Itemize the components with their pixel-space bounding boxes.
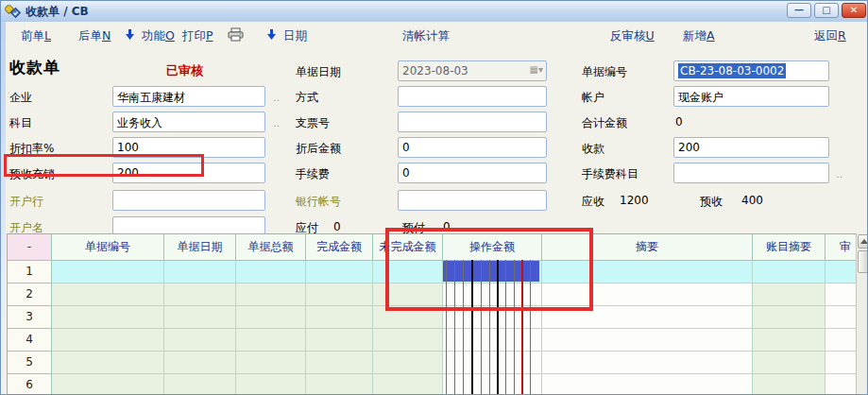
table-cell[interactable] [443, 329, 542, 352]
column-header-operation-amount[interactable]: 操作金额 [443, 234, 542, 261]
table-cell[interactable] [443, 352, 542, 374]
table-cell[interactable] [542, 283, 753, 306]
date-menu-button[interactable]: 日期 [266, 28, 307, 44]
table-cell[interactable] [542, 306, 753, 329]
table-cell[interactable] [542, 261, 753, 283]
table-cell[interactable] [542, 374, 753, 395]
table-cell[interactable] [825, 352, 857, 374]
table-cell[interactable] [52, 306, 164, 329]
table-cell[interactable] [443, 374, 542, 395]
table-cell[interactable] [373, 306, 443, 329]
table-cell[interactable] [164, 352, 236, 374]
company-input[interactable]: 华南五康建材 [112, 86, 265, 107]
print-button[interactable]: 打印P [182, 28, 213, 44]
row-number[interactable]: 5 [8, 352, 52, 374]
subject-lookup-button[interactable]: ‥ [273, 117, 281, 129]
advance-offset-input[interactable]: 200 [112, 163, 265, 183]
table-cell[interactable] [373, 283, 443, 306]
table-cell[interactable] [825, 261, 857, 283]
table-cell[interactable] [306, 329, 373, 352]
account-input[interactable]: 现金账户 [673, 86, 829, 107]
table-cell[interactable] [753, 374, 825, 395]
table-cell[interactable] [236, 283, 306, 306]
table-cell[interactable] [443, 306, 542, 329]
back-button[interactable]: 返回R [814, 28, 846, 44]
table-cell[interactable] [753, 352, 825, 374]
subject-input[interactable]: 业务收入 [112, 112, 265, 132]
table-cell[interactable] [306, 306, 373, 329]
calendar-icon[interactable]: ▦▾ [530, 64, 543, 75]
table-scrollbar[interactable] [856, 233, 868, 395]
table-cell[interactable] [753, 306, 825, 329]
table-cell[interactable] [825, 329, 857, 352]
table-cell[interactable] [164, 283, 236, 306]
table-cell[interactable] [52, 374, 164, 395]
table-cell[interactable] [306, 374, 373, 395]
column-header-uncompleted[interactable]: 未完成金额 [373, 234, 443, 261]
table-cell[interactable] [306, 261, 373, 283]
fee-input[interactable]: 0 [398, 163, 547, 183]
table-cell[interactable] [164, 329, 236, 352]
printer-icon[interactable] [228, 27, 244, 44]
bank-branch-input[interactable] [112, 190, 265, 211]
fee-subject-input[interactable] [673, 163, 829, 183]
row-number[interactable]: 3 [8, 306, 52, 329]
table-cell[interactable] [443, 283, 542, 306]
table-cell[interactable] [52, 329, 164, 352]
fee-subject-lookup-button[interactable]: ‥ [836, 168, 844, 180]
close-button[interactable]: ✕ [842, 3, 866, 18]
row-number[interactable]: 4 [8, 329, 52, 352]
table-cell[interactable] [236, 306, 306, 329]
add-new-button[interactable]: 新增A [683, 28, 715, 44]
bank-account-input[interactable] [398, 190, 547, 211]
table-cell[interactable] [753, 283, 825, 306]
functions-menu-button[interactable]: 功能O [125, 28, 175, 44]
table-cell[interactable] [542, 329, 753, 352]
table-cell[interactable] [164, 261, 236, 283]
table-cell[interactable] [52, 352, 164, 374]
table-cell[interactable] [236, 261, 306, 283]
method-input[interactable] [398, 86, 547, 107]
company-lookup-button[interactable]: ‥ [273, 92, 281, 104]
table-cell[interactable] [373, 374, 443, 395]
row-number[interactable]: 1 [8, 261, 52, 283]
table-cell[interactable] [306, 352, 373, 374]
column-header-summary[interactable]: 摘要 [542, 234, 753, 261]
doc-no-input[interactable]: CB-23-08-03-0002 [673, 60, 829, 81]
table-cell[interactable] [164, 306, 236, 329]
row-number[interactable]: 2 [8, 283, 52, 306]
table-cell[interactable] [236, 329, 306, 352]
table-cell[interactable] [52, 283, 164, 306]
table-cell[interactable] [236, 374, 306, 395]
table-cell[interactable] [825, 374, 857, 395]
table-cell[interactable] [825, 283, 857, 306]
doc-date-picker[interactable]: 2023-08-03 ▦▾ [398, 60, 547, 81]
next-doc-button[interactable]: 后单N [78, 28, 111, 44]
maximize-button[interactable]: □ [814, 3, 839, 18]
column-header-account-summary[interactable]: 账目摘要 [753, 234, 825, 261]
minimize-button[interactable]: — [787, 3, 811, 18]
column-header-selector[interactable]: - [8, 234, 52, 261]
cheque-no-input[interactable] [398, 112, 547, 132]
scroll-up-button[interactable] [858, 234, 868, 249]
column-header-doc-date[interactable]: 单据日期 [164, 234, 236, 261]
table-cell[interactable] [542, 352, 753, 374]
column-header-completed[interactable]: 完成金额 [306, 234, 373, 261]
table-cell[interactable] [373, 329, 443, 352]
table-cell[interactable] [373, 352, 443, 374]
table-cell[interactable] [753, 261, 825, 283]
column-header-audit[interactable]: 审 [825, 234, 857, 261]
column-header-doc-total[interactable]: 单据总额 [236, 234, 306, 261]
column-header-doc-no[interactable]: 单据编号 [52, 234, 164, 261]
table-cell[interactable] [825, 306, 857, 329]
discounted-amount-input[interactable]: 0 [398, 137, 547, 158]
table-cell[interactable] [164, 374, 236, 395]
clear-account-calc-button[interactable]: 清帐计算 [402, 28, 450, 44]
table-cell[interactable] [306, 283, 373, 306]
table-cell[interactable] [236, 352, 306, 374]
receipt-input[interactable]: 200 [673, 137, 829, 158]
table-cell[interactable] [753, 329, 825, 352]
discount-rate-input[interactable]: 100 [112, 137, 265, 158]
table-cell[interactable] [52, 261, 164, 283]
row-number[interactable]: 6 [8, 374, 52, 395]
